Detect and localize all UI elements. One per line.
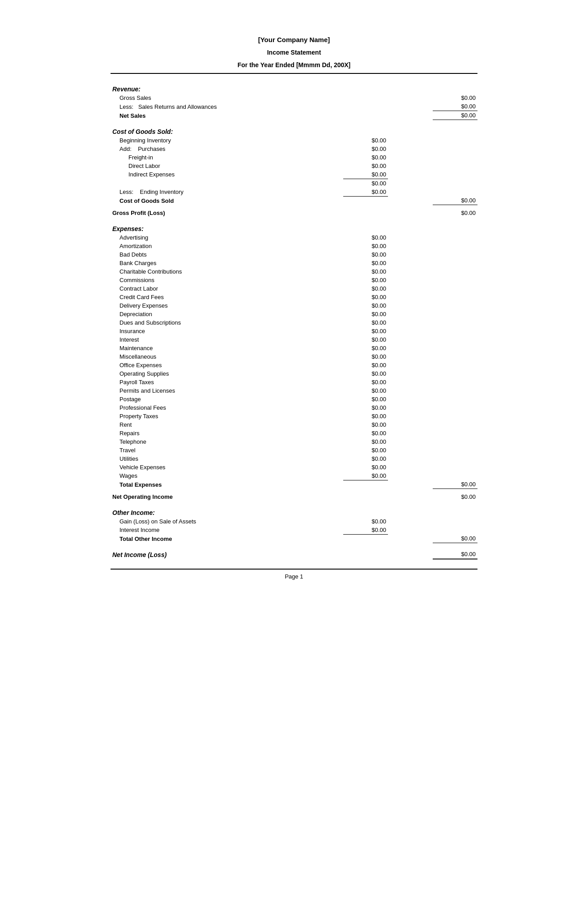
net-income-row: Net Income (Loss) $0.00 [111, 547, 477, 559]
expense-value: $0.00 [343, 242, 388, 250]
expense-value: $0.00 [343, 386, 388, 395]
page-footer: Page 1 [111, 569, 477, 580]
expense-label: Interest [111, 335, 298, 344]
expense-label: Maintenance [111, 344, 298, 352]
purchases-row: Add: Purchases $0.00 [111, 145, 477, 153]
expense-row: Property Taxes$0.00 [111, 412, 477, 420]
expense-label: Utilities [111, 454, 298, 463]
expense-label: Telephone [111, 437, 298, 446]
expense-row: Bank Charges$0.00 [111, 259, 477, 267]
total-expenses-row: Total Expenses $0.00 [111, 480, 477, 489]
cogs-table: Cost of Goods Sold: Beginning Inventory … [111, 124, 477, 209]
net-operating-income-label: Net Operating Income [111, 493, 298, 501]
expense-label: Property Taxes [111, 412, 298, 420]
expense-row: Interest$0.00 [111, 335, 477, 344]
ending-inventory-label: Less: Ending Inventory [111, 188, 298, 197]
indirect-expenses-value: $0.00 [343, 170, 388, 179]
freight-in-label: Freight-in [111, 153, 298, 162]
expense-row: Telephone$0.00 [111, 437, 477, 446]
expense-value: $0.00 [343, 412, 388, 420]
gross-sales-value: $0.00 [433, 94, 477, 102]
expense-label: Operating Supplies [111, 369, 298, 378]
purchases-value: $0.00 [343, 145, 388, 153]
expense-value: $0.00 [343, 335, 388, 344]
revenue-table: Revenue: Gross Sales $0.00 Less: Sales R… [111, 81, 477, 124]
cogs-value: $0.00 [433, 196, 477, 205]
expense-label: Rent [111, 420, 298, 429]
expense-label: Insurance [111, 327, 298, 335]
expense-row: Permits and Licenses$0.00 [111, 386, 477, 395]
expense-label: Delivery Expenses [111, 301, 298, 310]
expenses-header-row: Expenses: [111, 221, 477, 233]
expense-row: Postage$0.00 [111, 395, 477, 403]
expense-value: $0.00 [343, 352, 388, 361]
expense-value: $0.00 [343, 429, 388, 437]
expense-row: Vehicle Expenses$0.00 [111, 463, 477, 471]
expense-label: Amortization [111, 242, 298, 250]
direct-labor-label: Direct Labor [111, 162, 298, 170]
other-income-label: Gain (Loss) on Sale of Assets [111, 517, 298, 526]
expense-label: Vehicle Expenses [111, 463, 298, 471]
net-operating-income-row: Net Operating Income $0.00 [111, 493, 477, 501]
expenses-table: Expenses: Advertising$0.00Amortization$0… [111, 221, 477, 493]
expense-label: Repairs [111, 429, 298, 437]
expense-value: $0.00 [343, 403, 388, 412]
net-operating-income-table: Net Operating Income $0.00 [111, 493, 477, 505]
expense-value: $0.00 [343, 420, 388, 429]
net-income-value: $0.00 [433, 547, 477, 559]
report-header: [Your Company Name] Income Statement For… [111, 36, 477, 69]
expense-row: Contract Labor$0.00 [111, 284, 477, 293]
expense-value: $0.00 [343, 301, 388, 310]
expense-value: $0.00 [343, 284, 388, 293]
beginning-inventory-label: Beginning Inventory [111, 136, 298, 145]
expense-label: Dues and Subscriptions [111, 318, 298, 327]
expense-label: Bank Charges [111, 259, 298, 267]
total-other-income-label: Total Other Income [111, 534, 298, 543]
expense-row: Maintenance$0.00 [111, 344, 477, 352]
net-sales-value: $0.00 [433, 111, 477, 120]
expense-label: Contract Labor [111, 284, 298, 293]
indirect-expenses-label: Indirect Expenses [111, 170, 298, 179]
expense-label: Credit Card Fees [111, 293, 298, 301]
expense-label: Professional Fees [111, 403, 298, 412]
cogs-header-row: Cost of Goods Sold: [111, 124, 477, 136]
expense-row: Wages$0.00 [111, 471, 477, 480]
gross-profit-row: Gross Profit (Loss) $0.00 [111, 209, 477, 217]
expense-row: Advertising$0.00 [111, 233, 477, 242]
freight-in-row: Freight-in $0.00 [111, 153, 477, 162]
gross-sales-label: Gross Sales [111, 94, 298, 102]
expense-label: Permits and Licenses [111, 386, 298, 395]
sales-returns-label: Less: Sales Returns and Allowances [111, 102, 298, 111]
expense-value: $0.00 [343, 378, 388, 386]
direct-labor-value: $0.00 [343, 162, 388, 170]
expense-row: Miscellaneous$0.00 [111, 352, 477, 361]
expense-value: $0.00 [343, 250, 388, 259]
total-other-income-value: $0.00 [433, 534, 477, 543]
cogs-subtotal-row: $0.00 [111, 179, 477, 188]
expense-row: Travel$0.00 [111, 446, 477, 454]
net-operating-income-value: $0.00 [433, 493, 477, 501]
expense-label: Bad Debts [111, 250, 298, 259]
net-income-label: Net Income (Loss) [111, 547, 298, 559]
expense-label: Miscellaneous [111, 352, 298, 361]
cost-of-goods-sold-row: Cost of Goods Sold $0.00 [111, 196, 477, 205]
other-income-section-label: Other Income: [111, 505, 298, 517]
company-name: [Your Company Name] [111, 36, 477, 43]
expense-label: Charitable Contributions [111, 267, 298, 276]
expense-value: $0.00 [343, 471, 388, 480]
expense-row: Depreciation$0.00 [111, 310, 477, 318]
indirect-expenses-row: Indirect Expenses $0.00 [111, 170, 477, 179]
total-expenses-value: $0.00 [433, 480, 477, 489]
expense-value: $0.00 [343, 259, 388, 267]
expense-row: Payroll Taxes$0.00 [111, 378, 477, 386]
expense-row: Office Expenses$0.00 [111, 361, 477, 369]
sales-returns-row: Less: Sales Returns and Allowances $0.00 [111, 102, 477, 111]
net-income-table: Net Income (Loss) $0.00 [111, 547, 477, 560]
expense-label: Office Expenses [111, 361, 298, 369]
sales-returns-value: $0.00 [433, 102, 477, 111]
expense-value: $0.00 [343, 463, 388, 471]
expense-value: $0.00 [343, 344, 388, 352]
expense-row: Bad Debts$0.00 [111, 250, 477, 259]
cogs-section-label: Cost of Goods Sold: [111, 124, 298, 136]
expense-value: $0.00 [343, 318, 388, 327]
